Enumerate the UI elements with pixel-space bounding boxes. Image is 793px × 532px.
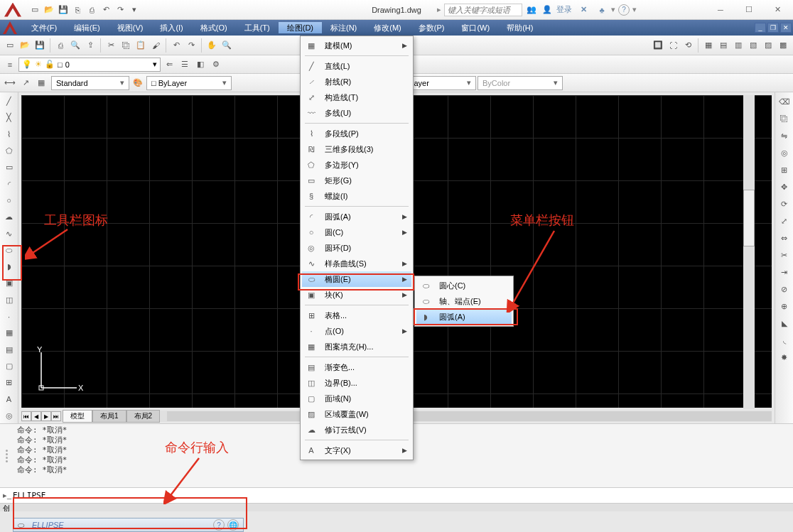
extend-icon[interactable]: ⇥: [777, 264, 792, 280]
draw-menu-item[interactable]: ▢面域(N): [302, 391, 411, 406]
scrollbar-horizontal[interactable]: [167, 411, 772, 421]
join-icon[interactable]: ⊕: [777, 298, 792, 314]
draw-menu-item[interactable]: ▭矩形(G): [302, 173, 411, 188]
draw-menu-item[interactable]: ◎圆环(D): [302, 240, 411, 256]
draw-menu-item[interactable]: ·点(O)▶: [302, 323, 411, 339]
fillet-icon[interactable]: ◟: [777, 332, 792, 348]
preview-icon[interactable]: 🔍: [68, 38, 82, 53]
draw-menu-item[interactable]: ⟋射线(R): [302, 74, 411, 89]
draw-menu-item[interactable]: ╱直线(L): [302, 58, 411, 74]
qat-more-icon[interactable]: ▾: [128, 4, 141, 16]
break-icon[interactable]: ⊘: [777, 281, 792, 297]
menu-6[interactable]: 绘图(D): [279, 22, 322, 33]
layer-mgr-icon[interactable]: ≡: [3, 58, 17, 72]
qat-redo-icon[interactable]: ↷: [114, 4, 126, 16]
line-icon[interactable]: ╱: [1, 94, 17, 109]
spline-icon[interactable]: ∿: [1, 226, 17, 241]
layer-tool-icon[interactable]: ⚙: [209, 58, 223, 72]
maximize-button[interactable]: ☐: [735, 1, 763, 18]
zoom-prev-icon[interactable]: ⟲: [681, 38, 695, 53]
qat-open-icon[interactable]: 📂: [43, 4, 55, 16]
redo-icon[interactable]: ↷: [184, 38, 198, 53]
new-icon[interactable]: ▭: [3, 38, 17, 53]
scale-icon[interactable]: ⤢: [777, 213, 792, 229]
menu-4[interactable]: 格式(O): [192, 22, 236, 33]
region-icon[interactable]: ▢: [1, 359, 17, 374]
menu-0[interactable]: 文件(F): [23, 22, 65, 33]
draw-menu-item[interactable]: 〰多线(U): [302, 105, 411, 121]
bycolor-combo[interactable]: ByColor▾: [478, 76, 563, 90]
exchange-icon[interactable]: ✕: [581, 5, 587, 14]
zoom-ext-icon[interactable]: ⛶: [666, 38, 680, 53]
chamfer-icon[interactable]: ◣: [777, 315, 792, 331]
rotate-icon[interactable]: ⟳: [777, 196, 792, 212]
qat-undo-icon[interactable]: ↶: [99, 4, 112, 16]
menu-10[interactable]: 窗口(W): [453, 22, 498, 33]
tab-last-icon[interactable]: ⏭: [51, 411, 61, 421]
explode-icon[interactable]: ✸: [777, 349, 792, 365]
zoom-win-icon[interactable]: 🔲: [651, 38, 665, 53]
draw-menu-item[interactable]: ◫边界(B)...: [302, 375, 411, 391]
paste-icon[interactable]: 📋: [134, 38, 148, 53]
match-icon[interactable]: 🖌: [149, 38, 163, 53]
command-autocomplete[interactable]: ⬭ ELLIPSE ? 🌐: [13, 518, 244, 532]
point-icon[interactable]: ·: [1, 309, 17, 324]
draw-menu-item[interactable]: ∿样条曲线(S)▶: [302, 256, 411, 271]
erase-icon[interactable]: ⌫: [777, 94, 792, 109]
color-combo[interactable]: □ ByLayer▾: [146, 76, 232, 90]
stretch-icon[interactable]: ⇔: [777, 230, 792, 246]
open-icon[interactable]: 📂: [18, 38, 32, 53]
tab-first-icon[interactable]: ⏮: [21, 411, 31, 421]
ellipsearc-icon[interactable]: ◗: [1, 259, 17, 274]
exchange2-icon[interactable]: ♣: [595, 4, 608, 16]
rect-icon[interactable]: ▭: [1, 160, 17, 175]
copy-icon[interactable]: ⿻: [119, 38, 133, 53]
polygon-icon[interactable]: ⬠: [1, 143, 17, 158]
tab-next-icon[interactable]: ▶: [41, 411, 51, 421]
qat-print-icon[interactable]: ⎙: [85, 4, 98, 16]
menu-5[interactable]: 工具(T): [236, 22, 279, 33]
move-icon[interactable]: ✥: [777, 179, 792, 195]
user-icon[interactable]: 👤: [541, 4, 554, 16]
gradient-icon[interactable]: ▤: [1, 342, 17, 357]
draw-menu-item[interactable]: ▤渐变色...: [302, 359, 411, 375]
qat-save-icon[interactable]: 💾: [57, 4, 70, 16]
qat-saveas-icon[interactable]: ⎘: [71, 4, 84, 16]
draw-menu-item[interactable]: ₪三维多段线(3): [302, 141, 411, 157]
pan-icon[interactable]: ✋: [205, 38, 219, 53]
draw-menu-item[interactable]: §螺旋(I): [302, 188, 411, 204]
xline-icon[interactable]: ╳: [1, 110, 17, 125]
textstyle-combo[interactable]: Standard▾: [51, 76, 129, 90]
close-button[interactable]: ✕: [763, 1, 792, 18]
tp-icon[interactable]: ▥: [731, 38, 745, 53]
search-icon[interactable]: 👥: [525, 4, 538, 16]
color-pick-icon[interactable]: 🎨: [131, 76, 145, 90]
ssm-icon[interactable]: ▧: [746, 38, 760, 53]
search-input[interactable]: [444, 4, 522, 16]
tab-prev-icon[interactable]: ◀: [31, 411, 41, 421]
draw-menu-item[interactable]: ⤢构造线(T): [302, 89, 411, 105]
layout-tab-2[interactable]: 布局2: [126, 410, 161, 423]
menu-11[interactable]: 帮助(H): [498, 22, 541, 33]
calc-icon[interactable]: ▩: [776, 38, 790, 53]
qat-new-icon[interactable]: ▭: [28, 4, 41, 16]
draw-menu-item[interactable]: ◜圆弧(A)▶: [302, 209, 411, 224]
menu-3[interactable]: 插入(I): [151, 22, 191, 33]
draw-menu-item[interactable]: ▦图案填充(H)...: [302, 339, 411, 354]
array-icon[interactable]: ⊞: [777, 162, 792, 178]
trim-icon[interactable]: ✂: [777, 247, 792, 263]
table-icon[interactable]: ⊞: [1, 375, 17, 390]
layer-iso-icon[interactable]: ◧: [193, 58, 207, 72]
help-icon[interactable]: ?: [618, 4, 630, 16]
layer-combo[interactable]: 💡 ☀ 🔓 □ 0 ▾: [18, 58, 161, 72]
hatch-icon[interactable]: ▦: [1, 325, 17, 340]
menu-7[interactable]: 标注(N): [322, 22, 365, 33]
menu-1[interactable]: 编辑(E): [65, 22, 109, 33]
insert-icon[interactable]: ▣: [1, 276, 17, 291]
mark-icon[interactable]: ▨: [761, 38, 775, 53]
text-icon[interactable]: A: [1, 391, 17, 406]
ellipse-menu-item[interactable]: ⬭轴、端点(E): [416, 293, 512, 309]
ellipse-menu-item[interactable]: ⬭圆心(C): [416, 278, 512, 293]
ellipse-icon[interactable]: ⬭: [1, 243, 17, 258]
ellipse-menu-item[interactable]: ◗圆弧(A): [416, 309, 512, 325]
